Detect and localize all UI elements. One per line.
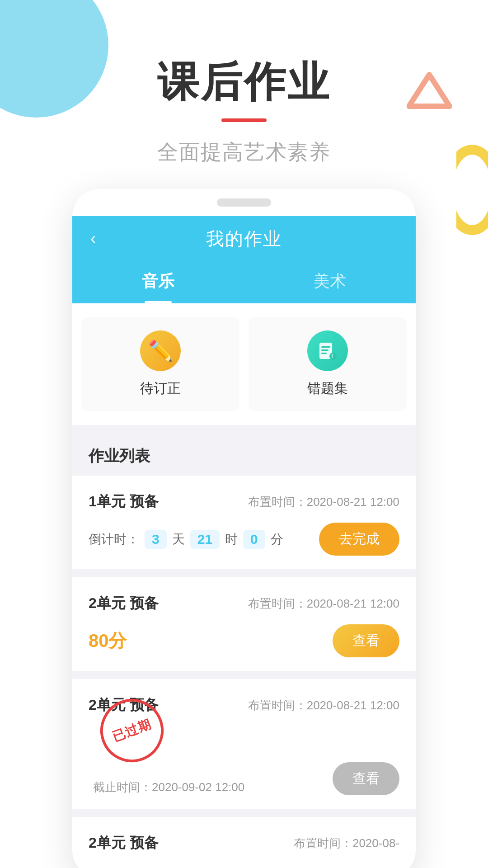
assignment-2-top: 2单元 预备 布置时间：2020-08-21 12:00 [89, 594, 399, 613]
wrong-set-icon: ! [307, 330, 348, 371]
section-title: 作业列表 [89, 447, 150, 464]
app-nav: ‹ 我的作业 [72, 216, 416, 261]
svg-rect-4 [321, 353, 327, 354]
score-text: 80分 [89, 628, 127, 653]
assignment-1-time: 布置时间：2020-08-21 12:00 [248, 494, 399, 510]
assignment-card-1: 1单元 预备 布置时间：2020-08-21 12:00 倒计时： 3 天 21… [72, 476, 416, 569]
pending-correction-label: 待订正 [140, 379, 181, 398]
assignment-4-name: 2单元 预备 [89, 833, 159, 853]
back-button[interactable]: ‹ [90, 229, 113, 248]
assignment-2-name: 2单元 预备 [89, 594, 159, 613]
assignment-card-4: 2单元 预备 布置时间：2020-08- [72, 817, 416, 868]
section-header: 作业列表 [72, 433, 416, 476]
action-wrong-set[interactable]: ! 错题集 [249, 317, 407, 411]
svg-rect-2 [321, 346, 330, 348]
assignment-4-top: 2单元 预备 布置时间：2020-08- [89, 833, 399, 853]
subtitle: 全面提高艺术素养 [0, 138, 488, 166]
app-header: ‹ 我的作业 音乐 美术 [72, 216, 416, 303]
view-button-2[interactable]: 查看 [333, 624, 399, 657]
tab-bar: 音乐 美术 [72, 261, 416, 303]
deadline-row: 截止时间：2020-09-02 12:00 [89, 779, 244, 795]
svg-point-5 [329, 353, 337, 360]
wrong-set-label: 错题集 [307, 379, 348, 398]
countdown-days: 3 [145, 530, 167, 549]
page-title: 课后作业 [0, 54, 488, 110]
assignment-2-bottom: 80分 查看 [89, 624, 399, 657]
countdown-mins: 0 [243, 530, 265, 549]
complete-button-1[interactable]: 去完成 [319, 523, 399, 556]
assignment-2-time: 布置时间：2020-08-21 12:00 [248, 596, 399, 612]
assignment-4-time: 布置时间：2020-08- [294, 835, 399, 851]
header-area: 课后作业 全面提高艺术素养 [0, 0, 488, 166]
tab-art[interactable]: 美术 [244, 261, 416, 303]
assignment-card-2: 2单元 预备 布置时间：2020-08-21 12:00 80分 查看 [72, 577, 416, 671]
assignment-3-time: 布置时间：2020-08-21 12:00 [248, 698, 399, 713]
action-pending-correction[interactable]: ✏️ 待订正 [81, 317, 239, 411]
expired-stamp-text: 已过期 [110, 716, 154, 745]
content-area: ✏️ 待订正 ! 错题集 作业列表 [72, 303, 416, 868]
view-button-3[interactable]: 查看 [333, 762, 399, 795]
nav-title: 我的作业 [206, 226, 282, 251]
pending-correction-icon: ✏️ [140, 330, 181, 371]
phone-top-bar [72, 189, 416, 216]
phone-mockup: ‹ 我的作业 音乐 美术 ✏️ 待订正 [72, 189, 416, 868]
tab-music[interactable]: 音乐 [72, 261, 244, 303]
assignment-3-bottom: 已过期 截止时间：2020-09-02 12:00 查看 [89, 726, 399, 795]
countdown-hours: 21 [190, 530, 220, 549]
title-underline [221, 118, 267, 122]
assignment-1-top: 1单元 预备 布置时间：2020-08-21 12:00 [89, 492, 399, 512]
assignment-1-name: 1单元 预备 [89, 492, 159, 512]
phone-notch [217, 198, 271, 207]
assignment-1-bottom: 倒计时： 3 天 21 时 0 分 去完成 [89, 523, 399, 556]
svg-text:!: ! [331, 353, 333, 359]
svg-rect-3 [321, 349, 328, 351]
countdown-row: 倒计时： 3 天 21 时 0 分 [89, 530, 283, 549]
quick-actions: ✏️ 待订正 ! 错题集 [72, 303, 416, 425]
assignment-card-3: 2单元 预备 布置时间：2020-08-21 12:00 已过期 截止时间：20… [72, 679, 416, 809]
